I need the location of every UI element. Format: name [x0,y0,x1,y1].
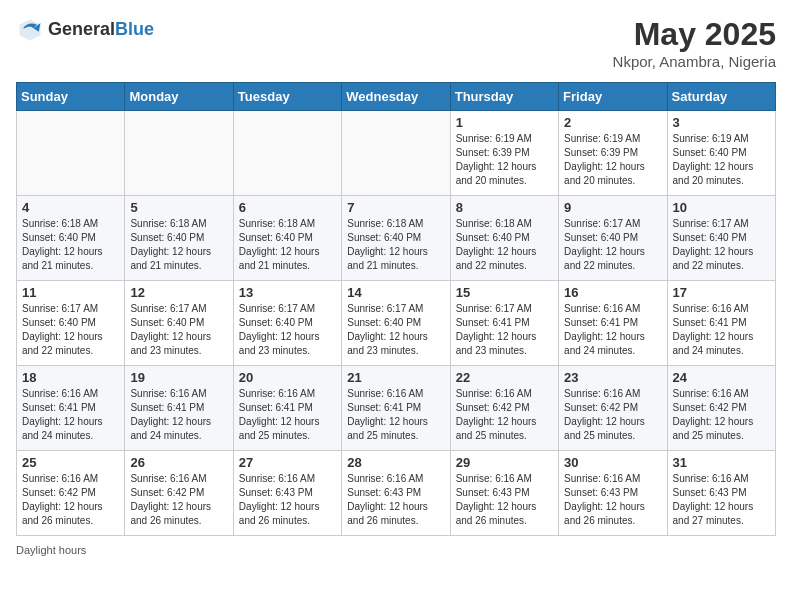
logo-general: General [48,20,115,40]
day-number: 18 [22,370,119,385]
day-number: 21 [347,370,444,385]
day-number: 17 [673,285,770,300]
day-info: Sunrise: 6:17 AM Sunset: 6:40 PM Dayligh… [130,302,227,358]
page-header: General Blue May 2025 Nkpor, Anambra, Ni… [16,16,776,70]
logo: General Blue [16,16,154,44]
calendar-day-22: 22Sunrise: 6:16 AM Sunset: 6:42 PM Dayli… [450,366,558,451]
calendar-day-21: 21Sunrise: 6:16 AM Sunset: 6:41 PM Dayli… [342,366,450,451]
calendar-header-row: SundayMondayTuesdayWednesdayThursdayFrid… [17,83,776,111]
day-info: Sunrise: 6:19 AM Sunset: 6:39 PM Dayligh… [456,132,553,188]
day-number: 5 [130,200,227,215]
day-number: 10 [673,200,770,215]
generalblue-logo-icon [16,16,44,44]
calendar-day-16: 16Sunrise: 6:16 AM Sunset: 6:41 PM Dayli… [559,281,667,366]
calendar-empty-cell [125,111,233,196]
day-info: Sunrise: 6:16 AM Sunset: 6:43 PM Dayligh… [239,472,336,528]
calendar-day-14: 14Sunrise: 6:17 AM Sunset: 6:40 PM Dayli… [342,281,450,366]
day-info: Sunrise: 6:16 AM Sunset: 6:41 PM Dayligh… [22,387,119,443]
calendar-day-20: 20Sunrise: 6:16 AM Sunset: 6:41 PM Dayli… [233,366,341,451]
calendar-day-15: 15Sunrise: 6:17 AM Sunset: 6:41 PM Dayli… [450,281,558,366]
day-info: Sunrise: 6:16 AM Sunset: 6:41 PM Dayligh… [564,302,661,358]
day-info: Sunrise: 6:16 AM Sunset: 6:42 PM Dayligh… [456,387,553,443]
day-info: Sunrise: 6:18 AM Sunset: 6:40 PM Dayligh… [239,217,336,273]
calendar-day-6: 6Sunrise: 6:18 AM Sunset: 6:40 PM Daylig… [233,196,341,281]
day-info: Sunrise: 6:16 AM Sunset: 6:43 PM Dayligh… [673,472,770,528]
day-info: Sunrise: 6:16 AM Sunset: 6:42 PM Dayligh… [130,472,227,528]
calendar-empty-cell [17,111,125,196]
calendar-title: May 2025 [613,16,776,53]
calendar-week-3: 11Sunrise: 6:17 AM Sunset: 6:40 PM Dayli… [17,281,776,366]
calendar-week-1: 1Sunrise: 6:19 AM Sunset: 6:39 PM Daylig… [17,111,776,196]
day-number: 19 [130,370,227,385]
weekday-header-sunday: Sunday [17,83,125,111]
day-info: Sunrise: 6:16 AM Sunset: 6:41 PM Dayligh… [239,387,336,443]
day-number: 15 [456,285,553,300]
day-number: 26 [130,455,227,470]
weekday-header-monday: Monday [125,83,233,111]
footer-note: Daylight hours [16,544,776,556]
calendar-day-11: 11Sunrise: 6:17 AM Sunset: 6:40 PM Dayli… [17,281,125,366]
day-number: 16 [564,285,661,300]
logo-text: General Blue [48,20,154,40]
day-info: Sunrise: 6:16 AM Sunset: 6:42 PM Dayligh… [22,472,119,528]
day-number: 6 [239,200,336,215]
logo-blue: Blue [115,20,154,40]
calendar-empty-cell [342,111,450,196]
day-number: 2 [564,115,661,130]
calendar-day-23: 23Sunrise: 6:16 AM Sunset: 6:42 PM Dayli… [559,366,667,451]
day-number: 29 [456,455,553,470]
calendar-day-9: 9Sunrise: 6:17 AM Sunset: 6:40 PM Daylig… [559,196,667,281]
day-number: 25 [22,455,119,470]
calendar-day-29: 29Sunrise: 6:16 AM Sunset: 6:43 PM Dayli… [450,451,558,536]
day-number: 14 [347,285,444,300]
title-block: May 2025 Nkpor, Anambra, Nigeria [613,16,776,70]
day-number: 20 [239,370,336,385]
day-number: 12 [130,285,227,300]
day-info: Sunrise: 6:16 AM Sunset: 6:43 PM Dayligh… [564,472,661,528]
day-info: Sunrise: 6:18 AM Sunset: 6:40 PM Dayligh… [347,217,444,273]
weekday-header-tuesday: Tuesday [233,83,341,111]
day-info: Sunrise: 6:18 AM Sunset: 6:40 PM Dayligh… [130,217,227,273]
calendar-day-19: 19Sunrise: 6:16 AM Sunset: 6:41 PM Dayli… [125,366,233,451]
calendar-day-12: 12Sunrise: 6:17 AM Sunset: 6:40 PM Dayli… [125,281,233,366]
day-info: Sunrise: 6:17 AM Sunset: 6:41 PM Dayligh… [456,302,553,358]
day-number: 7 [347,200,444,215]
calendar-week-5: 25Sunrise: 6:16 AM Sunset: 6:42 PM Dayli… [17,451,776,536]
day-info: Sunrise: 6:17 AM Sunset: 6:40 PM Dayligh… [347,302,444,358]
day-info: Sunrise: 6:17 AM Sunset: 6:40 PM Dayligh… [564,217,661,273]
calendar-day-31: 31Sunrise: 6:16 AM Sunset: 6:43 PM Dayli… [667,451,775,536]
day-number: 31 [673,455,770,470]
day-number: 1 [456,115,553,130]
day-number: 27 [239,455,336,470]
day-info: Sunrise: 6:16 AM Sunset: 6:43 PM Dayligh… [456,472,553,528]
day-info: Sunrise: 6:16 AM Sunset: 6:41 PM Dayligh… [130,387,227,443]
day-info: Sunrise: 6:16 AM Sunset: 6:41 PM Dayligh… [673,302,770,358]
weekday-header-saturday: Saturday [667,83,775,111]
calendar-day-4: 4Sunrise: 6:18 AM Sunset: 6:40 PM Daylig… [17,196,125,281]
calendar-day-10: 10Sunrise: 6:17 AM Sunset: 6:40 PM Dayli… [667,196,775,281]
day-info: Sunrise: 6:18 AM Sunset: 6:40 PM Dayligh… [456,217,553,273]
day-number: 8 [456,200,553,215]
day-number: 22 [456,370,553,385]
day-info: Sunrise: 6:16 AM Sunset: 6:42 PM Dayligh… [564,387,661,443]
calendar-day-5: 5Sunrise: 6:18 AM Sunset: 6:40 PM Daylig… [125,196,233,281]
day-info: Sunrise: 6:16 AM Sunset: 6:41 PM Dayligh… [347,387,444,443]
weekday-header-friday: Friday [559,83,667,111]
calendar-day-25: 25Sunrise: 6:16 AM Sunset: 6:42 PM Dayli… [17,451,125,536]
calendar-day-18: 18Sunrise: 6:16 AM Sunset: 6:41 PM Dayli… [17,366,125,451]
calendar-week-4: 18Sunrise: 6:16 AM Sunset: 6:41 PM Dayli… [17,366,776,451]
day-info: Sunrise: 6:16 AM Sunset: 6:43 PM Dayligh… [347,472,444,528]
calendar-day-2: 2Sunrise: 6:19 AM Sunset: 6:39 PM Daylig… [559,111,667,196]
day-number: 28 [347,455,444,470]
calendar-day-28: 28Sunrise: 6:16 AM Sunset: 6:43 PM Dayli… [342,451,450,536]
weekday-header-wednesday: Wednesday [342,83,450,111]
calendar-day-30: 30Sunrise: 6:16 AM Sunset: 6:43 PM Dayli… [559,451,667,536]
day-number: 13 [239,285,336,300]
day-info: Sunrise: 6:18 AM Sunset: 6:40 PM Dayligh… [22,217,119,273]
calendar-day-1: 1Sunrise: 6:19 AM Sunset: 6:39 PM Daylig… [450,111,558,196]
day-number: 4 [22,200,119,215]
calendar-table: SundayMondayTuesdayWednesdayThursdayFrid… [16,82,776,536]
calendar-location: Nkpor, Anambra, Nigeria [613,53,776,70]
calendar-day-13: 13Sunrise: 6:17 AM Sunset: 6:40 PM Dayli… [233,281,341,366]
calendar-day-3: 3Sunrise: 6:19 AM Sunset: 6:40 PM Daylig… [667,111,775,196]
